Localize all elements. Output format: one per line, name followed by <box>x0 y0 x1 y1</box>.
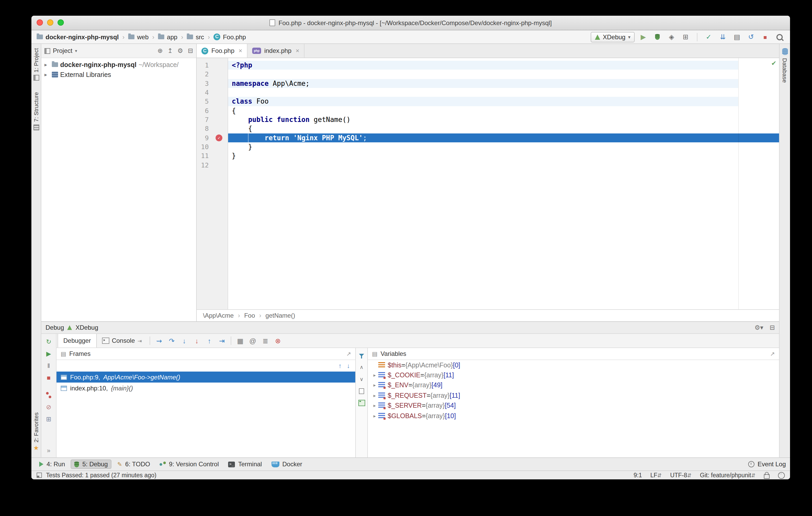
more-options-icon[interactable]: » <box>41 444 56 456</box>
breadcrumb-item-app[interactable]: app <box>158 33 177 40</box>
tool-tab-favorites[interactable]: 2: Favorites ★ <box>33 412 39 451</box>
step-over-button[interactable]: ↷ <box>165 335 178 346</box>
code-line[interactable] <box>228 88 779 97</box>
code-line[interactable]: } <box>228 151 779 161</box>
float-panel-icon[interactable]: ↗ <box>346 350 351 357</box>
expand-arrow-icon[interactable]: ▸ <box>371 383 378 388</box>
tool-window-toggle-icon[interactable] <box>37 472 42 478</box>
attach-debugger-button[interactable]: ⊞ <box>680 32 691 42</box>
collapse-all-button[interactable]: ↥ <box>167 47 173 54</box>
rollback-button[interactable]: ↺ <box>746 32 757 42</box>
next-frame-button[interactable]: ↓ <box>347 362 350 370</box>
code-editor[interactable]: 123456789✓101112 <?phpnamespace App\Acme… <box>197 58 779 309</box>
gutter-line[interactable]: 2 <box>197 70 228 79</box>
gutter-line[interactable]: 12 <box>197 161 228 170</box>
titlebar[interactable]: Foo.php - docker-nginx-php-mysql - [~/Wo… <box>31 16 790 30</box>
locate-file-button[interactable]: ⊕ <box>157 47 163 54</box>
gutter-line[interactable]: 3 <box>197 79 228 88</box>
gutter-line[interactable]: 10 <box>197 142 228 151</box>
breadcrumb-class[interactable]: Foo <box>244 312 255 319</box>
highlighting-level-icon[interactable] <box>778 472 785 479</box>
breadcrumb-item-file[interactable]: C Foo.php <box>213 33 246 40</box>
pause-button[interactable]: ‖ <box>41 360 56 372</box>
variable-row[interactable]: ▸$_COOKIE = {array} [11] <box>368 370 779 380</box>
open-console-button[interactable] <box>358 399 365 407</box>
breadcrumb-method[interactable]: getName() <box>265 312 295 319</box>
code-line[interactable]: return 'Nginx PHP MySQL'; <box>228 133 779 142</box>
expand-arrow-icon[interactable]: ▸ <box>371 413 378 419</box>
mute-breakpoints-button[interactable]: ⊘ <box>41 401 56 413</box>
stop-button[interactable]: ■ <box>760 32 771 42</box>
float-panel-icon[interactable]: ↗ <box>770 350 775 357</box>
expand-arrow-icon[interactable]: ▸ <box>371 373 378 378</box>
tool-tab-docker[interactable]: Docker <box>268 459 306 469</box>
gutter-line[interactable]: 9✓ <box>197 133 228 142</box>
debug-button[interactable] <box>652 32 663 42</box>
breadcrumb-item-web[interactable]: web <box>128 33 149 40</box>
gutter-line[interactable]: 1 <box>197 61 228 70</box>
run-config-selector[interactable]: XDebug ▾ <box>591 32 635 42</box>
encoding-widget[interactable]: UTF-8⇵ <box>670 472 692 478</box>
minimize-window-button[interactable] <box>47 19 53 26</box>
variable-row[interactable]: ▸$_ENV = {array} [49] <box>368 380 779 391</box>
inspections-ok-icon[interactable]: ✔ <box>771 60 776 67</box>
expand-arrow-icon[interactable]: ▸ <box>371 393 378 398</box>
tool-tab-version-control[interactable]: 9: Version Control <box>156 459 223 469</box>
gutter-line[interactable]: 7 <box>197 115 228 124</box>
close-tab-icon[interactable]: × <box>296 47 299 54</box>
code-line[interactable]: class Foo <box>228 97 779 106</box>
external-libraries-row[interactable]: ▸ External Libraries <box>41 69 196 80</box>
restore-layout-button[interactable]: ⊞ <box>41 413 56 425</box>
gutter-line[interactable]: 5 <box>197 97 228 106</box>
drop-frame-button[interactable]: ⊗ <box>271 335 284 346</box>
show-execution-point-button[interactable]: ⇝ <box>153 335 165 346</box>
git-branch-widget[interactable]: Git: feature/phpunit⇵ <box>700 472 755 478</box>
stack-frame-row[interactable]: index.php:10, {main}() <box>57 382 355 394</box>
previous-occurrence-button[interactable]: ∧ <box>360 363 364 371</box>
watches-button[interactable]: ≣ <box>259 335 271 346</box>
breadcrumb-namespace[interactable]: \App\Acme <box>203 312 234 319</box>
project-root-row[interactable]: ▸ docker-nginx-php-mysql ~/Workspace/ <box>41 60 196 69</box>
gutter-line[interactable]: 8 <box>197 124 228 134</box>
step-into-button[interactable]: ↓ <box>178 335 191 346</box>
code-line[interactable]: { <box>228 106 779 115</box>
changes-button[interactable]: ▤ <box>731 32 743 42</box>
gutter-line[interactable]: 11 <box>197 151 228 161</box>
gear-icon[interactable]: ⚙ <box>177 47 183 54</box>
editor-tab-foo-php[interactable]: C Foo.php × <box>197 44 248 58</box>
tab-console[interactable]: Console ⇥ <box>96 334 147 347</box>
view-breakpoints-button[interactable] <box>41 389 56 401</box>
gear-icon[interactable]: ⚙▾ <box>754 324 763 331</box>
stack-frame-row[interactable]: Foo.php:9, App\Acme\Foo->getName() <box>57 372 355 382</box>
code-line[interactable]: } <box>228 142 779 151</box>
editor-code[interactable]: <?phpnamespace App\Acme;class Foo{ publi… <box>228 58 779 309</box>
force-step-into-button[interactable]: ↓ <box>191 335 203 346</box>
zoom-window-button[interactable] <box>58 19 64 26</box>
variable-row[interactable]: ▸$_REQUEST = {array} [11] <box>368 391 779 401</box>
search-everywhere-button[interactable] <box>774 32 785 42</box>
expand-arrow-icon[interactable]: ▸ <box>45 62 50 67</box>
expand-arrow-icon[interactable]: ▸ <box>45 72 50 78</box>
tool-tab-todo[interactable]: ✎ 6: TODO <box>114 459 154 469</box>
hide-panel-button[interactable]: ⊟ <box>188 47 193 54</box>
rerun-debug-button[interactable]: ↻ <box>41 336 56 347</box>
expand-arrow-icon[interactable]: ▸ <box>371 403 378 408</box>
hide-panel-button[interactable]: ⊟ <box>770 324 775 331</box>
evaluate-expression-button[interactable]: ▦ <box>234 335 246 346</box>
variable-row[interactable]: ▸$_SERVER = {array} [54] <box>368 401 779 411</box>
gutter-line[interactable]: 4 <box>197 88 228 97</box>
tool-tab-terminal[interactable]: >_ Terminal <box>225 459 266 469</box>
gutter-line[interactable]: 6 <box>197 106 228 115</box>
tool-tab-database[interactable]: Database <box>782 58 788 83</box>
close-window-button[interactable] <box>37 19 43 26</box>
next-occurrence-button[interactable]: ∨ <box>360 375 364 382</box>
resume-button[interactable]: ▶ <box>41 347 56 360</box>
line-separator-widget[interactable]: LF⇵ <box>650 472 662 478</box>
chevron-down-icon[interactable]: ▾ <box>75 49 77 53</box>
code-line[interactable]: { <box>228 124 779 134</box>
variable-row[interactable]: ▸$GLOBALS = {array} [10] <box>368 411 779 421</box>
code-line[interactable] <box>228 70 779 79</box>
tab-debugger[interactable]: Debugger <box>58 334 96 347</box>
update-project-button[interactable]: ⇊ <box>717 32 728 42</box>
project-panel-title[interactable]: Project <box>53 47 72 54</box>
